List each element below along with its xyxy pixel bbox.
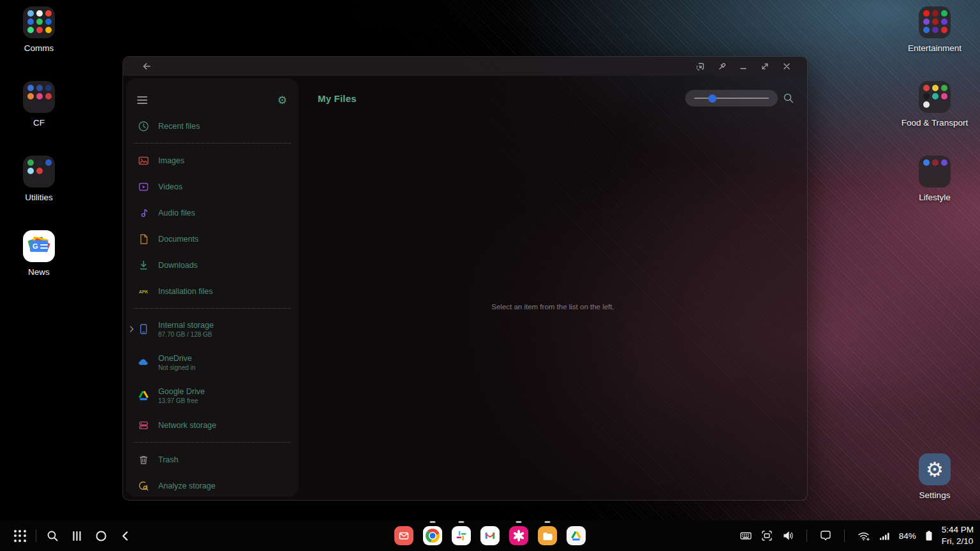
mini-app-dot [45,10,52,17]
taskbar-app-slack-icon[interactable] [452,526,471,545]
desktop-icon-cf[interactable]: CF [1,81,77,130]
desktop-icon-utilities[interactable]: Utilities [1,156,77,205]
recents-icon[interactable] [64,520,89,551]
battery-percent: 84% [899,531,916,541]
sidebar-item-recent-files[interactable]: Recent files [126,113,299,139]
volume-icon[interactable] [782,529,794,542]
taskbar-app-email-icon[interactable] [394,526,413,545]
apk-icon: APK [137,285,150,298]
home-icon[interactable] [89,520,113,551]
google-drive-icon [137,389,150,402]
sidebar-item-network-storage[interactable]: Network storage [126,412,299,438]
sidebar-item-label: Network storage [158,421,216,430]
onedrive-icon [137,356,150,369]
close-icon[interactable] [779,59,794,73]
divider [36,529,36,542]
desktop-icon-label: Utilities [25,192,53,204]
sidebar: ⚙ Recent filesImagesVideosAudio filesDoc… [126,78,299,497]
back-icon[interactable] [140,59,154,73]
mini-app-dot [941,10,947,17]
slider-thumb[interactable] [708,94,716,103]
taskbar-app-my-files-icon[interactable] [538,526,557,545]
settings-gear-icon[interactable]: ⚙ [278,95,287,106]
mini-app-dot [27,159,34,166]
sidebar-item-google-drive[interactable]: Google Drive13.97 GB free [126,379,299,412]
mini-app-dot [923,159,930,166]
clock-date: Fri, 2/10 [942,536,974,547]
divider [844,529,845,542]
desktop-icon-comms[interactable]: Comms [1,6,77,55]
mini-app-dot [27,18,34,25]
mini-app-dot [36,159,43,166]
sidebar-item-images[interactable]: Images [126,147,299,173]
sidebar-item-internal-storage[interactable]: Internal storage87.70 GB / 128 GB [126,312,299,346]
popup-view-icon[interactable] [692,59,708,73]
sidebar-header: ⚙ [126,87,299,113]
running-indicator [545,521,551,523]
sidebar-item-documents[interactable]: Documents [126,226,299,252]
taskbar-apps [394,520,586,551]
keyboard-icon[interactable] [739,529,752,542]
taskbar: 84% 5:44 PM Fri, 2/10 [0,520,980,551]
sidebar-item-installation-files[interactable]: APKInstallation files [126,278,299,304]
slider-track [694,98,769,99]
icon-size-slider[interactable] [685,90,778,107]
sidebar-item-trash[interactable]: Trash [126,446,299,473]
downloads-icon [137,259,150,272]
hamburger-menu-icon[interactable] [137,96,147,104]
taskbar-app-google-drive-icon[interactable] [567,526,586,545]
clock[interactable]: 5:44 PM Fri, 2/10 [942,524,974,547]
desktop-icon-lifestyle[interactable]: Lifestyle [896,156,973,205]
expand-chevron-icon[interactable] [129,325,135,333]
sidebar-item-videos[interactable]: Videos [126,173,299,200]
page-title: My Files [318,93,357,104]
desktop: CommsCFUtilitiesGNews EntertainmentFood … [0,0,980,551]
taskbar-app-gmail-icon[interactable] [480,526,500,545]
mini-app-dot [932,27,939,33]
search-icon[interactable] [40,520,64,551]
desktop-icon-entertainment[interactable]: Entertainment [896,6,973,55]
images-icon [137,154,150,167]
wifi-icon[interactable] [857,529,871,542]
capture-icon[interactable] [761,529,773,542]
desktop-icon-label: Settings [919,490,951,502]
chat-icon[interactable] [819,529,832,542]
sidebar-item-label: Internal storage [158,321,214,330]
folder-icon [23,156,55,187]
mini-app-dot [36,10,43,17]
search-icon[interactable] [783,92,794,104]
taskbar-app-chrome-icon[interactable] [423,526,442,545]
apps-grid-icon[interactable] [8,520,32,551]
taskbar-app-gallery-icon[interactable] [509,526,528,545]
mini-app-dot [27,10,34,17]
desktop-icon-food-transport[interactable]: Food & Transport [896,81,973,130]
mini-app-dot [923,85,930,91]
sidebar-item-label: Images [158,156,184,165]
mini-app-dot [36,27,43,33]
sidebar-item-downloads[interactable]: Downloads [126,252,299,278]
my-files-window: ⚙ Recent filesImagesVideosAudio filesDoc… [122,56,808,501]
minimize-icon[interactable] [736,59,751,73]
taskbar-status: 84% 5:44 PM Fri, 2/10 [739,520,974,551]
sidebar-item-analyze-storage[interactable]: Analyze storage [126,473,299,497]
pin-icon[interactable] [714,59,729,73]
analyze-storage-icon [137,480,150,492]
maximize-icon[interactable] [757,59,773,73]
empty-state-hint: Select an item from the list on the left… [299,303,807,311]
trash-icon [137,453,150,466]
desktop-icon-settings[interactable]: ⚙Settings [896,453,973,503]
sidebar-item-audio-files[interactable]: Audio files [126,200,299,226]
mini-app-dot [36,168,43,174]
sidebar-item-label: Videos [158,182,182,191]
sidebar-item-onedrive[interactable]: OneDriveNot signed in [126,346,299,379]
videos-icon [137,180,150,193]
back-icon[interactable] [113,520,137,551]
desktop-right-column: EntertainmentFood & TransportLifestyle [896,6,973,205]
desktop-icon-label: Lifestyle [919,192,951,204]
desktop-icon-news[interactable]: GNews [1,230,77,279]
sidebar-item-label: Analyze storage [158,481,216,490]
mini-app-dot [941,159,947,166]
mini-app-dot [941,27,947,33]
desktop-icon-label: Entertainment [908,43,961,55]
mini-app-dot [932,93,939,99]
